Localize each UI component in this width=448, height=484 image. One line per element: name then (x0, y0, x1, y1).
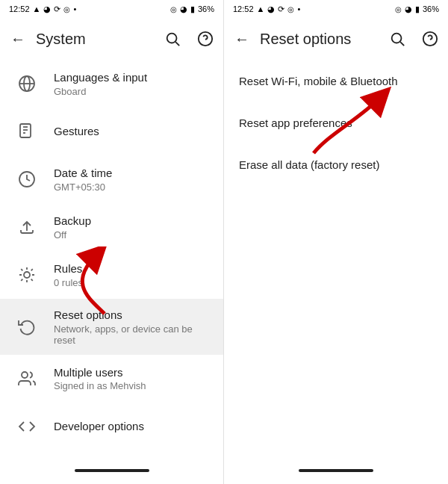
svg-line-1 (175, 42, 179, 46)
top-bar-left: ← System (0, 18, 223, 60)
reset-wifi-label: Reset Wi-Fi, mobile & Bluetooth (239, 75, 398, 87)
sync-icon: ⟳ (54, 4, 60, 14)
menu-title-developer: Developer options (54, 419, 144, 434)
svg-rect-7 (20, 124, 31, 137)
code-icon (12, 412, 42, 441)
menu-subtitle-datetime: GMT+05:30 (54, 182, 112, 193)
rules-icon (12, 260, 42, 290)
menu-item-reset-wifi[interactable]: Reset Wi-Fi, mobile & Bluetooth (224, 60, 448, 102)
menu-item-gestures[interactable]: Gestures (0, 108, 223, 155)
wifi-right-icon: ◕ (180, 4, 187, 14)
svg-point-18 (392, 34, 402, 43)
menu-title-rules: Rules (54, 261, 83, 276)
menu-title-backup: Backup (54, 214, 91, 229)
menu-subtitle-reset: Network, apps, or device can be reset (54, 323, 211, 346)
reset-options-list: Reset Wi-Fi, mobile & Bluetooth Reset ap… (224, 60, 448, 457)
menu-item-reset-app[interactable]: Reset app preferences (224, 102, 448, 143)
menu-title-reset: Reset options (54, 308, 211, 323)
menu-subtitle-users: Signed in as Mehvish (54, 380, 146, 391)
nav-indicator-right (299, 469, 373, 472)
reset-app-label: Reset app preferences (239, 117, 352, 129)
menu-item-update[interactable]: System update Updated to Android 11 (0, 450, 223, 458)
wifi-icon: ◕ (43, 4, 51, 14)
nav-bar-right (224, 457, 448, 484)
sync2-icon: ⟳ (278, 4, 284, 14)
alarm-right2-icon: ◎ (395, 5, 402, 13)
svg-line-19 (400, 42, 404, 46)
menu-title-users: Multiple users (54, 365, 146, 380)
menu-item-reset[interactable]: Reset options Network, apps, or device c… (0, 299, 223, 355)
menu-item-developer[interactable]: Developer options (0, 403, 223, 450)
signal-icon: ▲ (33, 4, 41, 13)
gestures-icon (12, 117, 42, 146)
menu-subtitle-backup: Off (54, 229, 91, 241)
status-bar-left: 12:52 ▲ ◕ ⟳ ◎ • ◎ ◕ ▮ 36% (0, 0, 223, 18)
nav-bar-left (0, 457, 223, 484)
menu-item-erase-all[interactable]: Erase all data (factory reset) (224, 143, 448, 185)
users-icon (12, 364, 42, 394)
page-title-left: System (36, 31, 161, 48)
page-title-right: Reset options (260, 31, 385, 48)
battery-left: 36% (198, 4, 214, 13)
menu-item-languages[interactable]: Languages & input Gboard (0, 60, 223, 108)
globe-icon (12, 69, 42, 99)
svg-point-0 (167, 34, 177, 43)
top-bar-right: ← Reset options (224, 18, 448, 60)
help-button-left[interactable] (193, 27, 217, 51)
menu-title-datetime: Date & time (54, 166, 112, 181)
alarm-icon: ◎ (63, 5, 70, 13)
dot2-icon: • (297, 4, 300, 13)
battery-icon: ▮ (190, 4, 195, 14)
erase-all-label: Erase all data (factory reset) (239, 158, 379, 171)
time-right: 12:52 (233, 4, 254, 13)
menu-list-left: Languages & input Gboard Gestures (0, 60, 223, 457)
menu-title-gestures: Gestures (54, 124, 99, 139)
alarm-right-icon: ◎ (170, 5, 177, 13)
left-panel: 12:52 ▲ ◕ ⟳ ◎ • ◎ ◕ ▮ 36% ← System (0, 0, 224, 484)
back-icon-left: ← (10, 31, 25, 48)
right-panel-wrapper: 12:52 ▲ ◕ ⟳ ◎ • ◎ ◕ ▮ 36% ← Reset option… (224, 0, 448, 484)
search-icon-left (164, 31, 181, 47)
battery-right: 36% (423, 4, 439, 13)
status-bar-right: 12:52 ▲ ◕ ⟳ ◎ • ◎ ◕ ▮ 36% (224, 0, 448, 18)
signal-right-icon: ▲ (257, 4, 265, 13)
menu-item-users[interactable]: Multiple users Signed in as Mehvish (0, 355, 223, 403)
back-button-right[interactable]: ← (230, 27, 254, 51)
svg-point-14 (22, 372, 28, 378)
menu-title-languages: Languages & input (54, 70, 147, 85)
wifi2-icon: ◕ (267, 4, 275, 14)
menu-subtitle-rules: 0 rules (54, 277, 83, 288)
menu-item-rules[interactable]: Rules 0 rules (0, 251, 223, 299)
reset-icon (12, 311, 42, 341)
help-button-right[interactable] (418, 27, 442, 51)
dot-icon: • (73, 4, 76, 13)
battery2-icon: ▮ (415, 4, 420, 14)
menu-subtitle-languages: Gboard (54, 86, 147, 97)
alarm2-icon: ◎ (287, 5, 294, 13)
clock-icon (12, 164, 42, 194)
back-button-left[interactable]: ← (6, 27, 30, 51)
menu-item-datetime[interactable]: Date & time GMT+05:30 (0, 155, 223, 203)
search-button-left[interactable] (161, 27, 184, 51)
svg-point-13 (24, 272, 30, 278)
backup-icon (12, 212, 42, 242)
help-icon-right (422, 31, 438, 47)
help-icon-left (197, 31, 214, 47)
back-icon-right: ← (234, 31, 249, 48)
search-icon-right (389, 31, 405, 47)
search-button-right[interactable] (385, 27, 409, 51)
nav-indicator-left (75, 469, 149, 472)
time-left: 12:52 (9, 4, 30, 13)
wifi-right2-icon: ◕ (405, 4, 412, 14)
menu-item-backup[interactable]: Backup Off (0, 203, 223, 251)
